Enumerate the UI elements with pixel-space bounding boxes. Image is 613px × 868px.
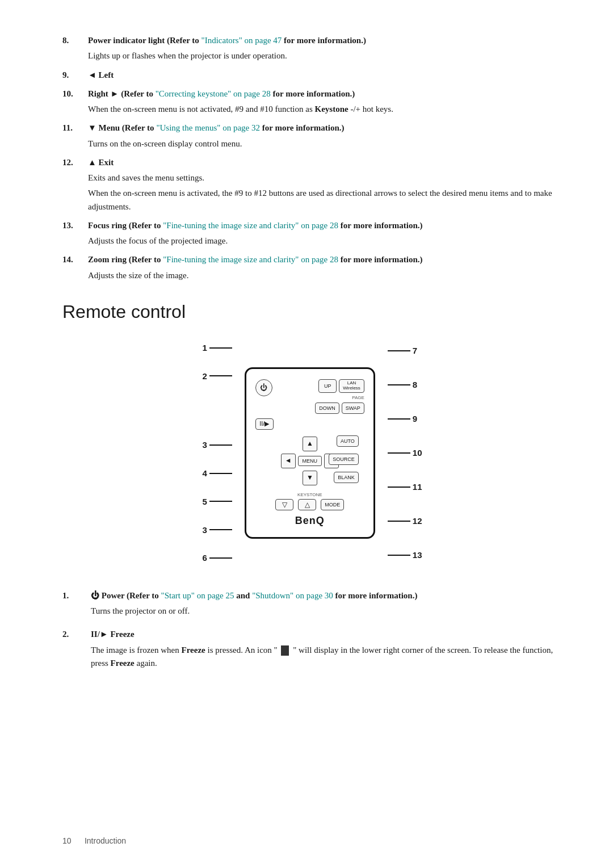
- auto-button[interactable]: AUTO: [337, 435, 359, 447]
- bottom-item-2-num: 2.: [62, 628, 91, 672]
- list-item-8: 8. Power indicator light (Refer to "Indi…: [62, 34, 562, 65]
- label-5: 5: [202, 493, 234, 510]
- list-item-14: 14. Zoom ring (Refer to "Fine-tuning the…: [62, 253, 562, 284]
- page-label: PAGE: [352, 395, 364, 400]
- label-12: 12: [385, 513, 422, 530]
- label-9: 9: [385, 410, 417, 427]
- bottom-item-2-heading: II/► Freeze: [91, 628, 562, 641]
- item-12-body2: When the on-screen menu is activated, th…: [88, 187, 562, 213]
- down-button[interactable]: DOWN: [315, 402, 339, 414]
- bottom-list: 1. ⏻ Power (Refer to "Start up" on page …: [62, 589, 562, 672]
- label-1: 1: [202, 339, 234, 357]
- item-13-num: 13.: [62, 219, 88, 250]
- lan-wireless-button[interactable]: LANWireless: [339, 379, 364, 393]
- item-14-num: 14.: [62, 253, 88, 284]
- item-14-content: Zoom ring (Refer to "Fine-tuning the ima…: [88, 253, 562, 284]
- power-button[interactable]: ⏻: [255, 379, 272, 396]
- label-3a: 3: [202, 437, 234, 454]
- mode-button[interactable]: MODE: [321, 499, 344, 510]
- bottom-item-2: 2. II/► Freeze The image is frozen when …: [62, 628, 562, 672]
- bottom-item-1: 1. ⏻ Power (Refer to "Start up" on page …: [62, 589, 562, 620]
- bottom-item-1-body: Turns the projector on or off.: [91, 605, 562, 618]
- top-right-group: UP LANWireless PAGE DOWN SWAP: [315, 379, 364, 414]
- item-11-num: 11.: [62, 121, 88, 153]
- list-item-11: 11. ▼ Menu (Refer to "Using the menus" o…: [62, 121, 562, 153]
- item-14-link[interactable]: "Fine-tuning the image size and clarity"…: [163, 255, 338, 264]
- remote-right-labels: 7 8 9 10 11: [385, 334, 422, 572]
- item-10-content: Right ► (Refer to "Correcting keystone" …: [88, 87, 562, 119]
- nav-up-row: ▲: [303, 437, 317, 451]
- item-10-heading: Right ► (Refer to "Correcting keystone" …: [88, 87, 562, 100]
- item-12-heading: ▲ Exit: [88, 156, 562, 169]
- item-8-num: 8.: [62, 34, 88, 65]
- benq-logo: BenQ: [255, 515, 364, 527]
- remote-top-section: ⏻ UP LANWireless PAGE DOWN SWAP: [255, 379, 364, 414]
- remote-wrapper: 1 2 3 4 5: [202, 334, 422, 572]
- remote-body: ⏻ UP LANWireless PAGE DOWN SWAP: [245, 367, 375, 539]
- item-12-num: 12.: [62, 156, 88, 216]
- list-item-10: 10. Right ► (Refer to "Correcting keysto…: [62, 87, 562, 119]
- label-8: 8: [385, 376, 417, 393]
- blank-button-area: BLANK: [334, 472, 359, 483]
- label-2: 2: [202, 367, 234, 384]
- label-4: 4: [202, 465, 234, 482]
- item-14-heading: Zoom ring (Refer to "Fine-tuning the ima…: [88, 253, 562, 266]
- up-lan-row: UP LANWireless: [318, 379, 364, 393]
- label-13: 13: [385, 547, 422, 564]
- keystone-section: KEYSTONE ▽ △ MODE: [255, 492, 364, 510]
- footer-page: 10: [62, 836, 72, 845]
- list-item-9: 9. ◄ Left: [62, 69, 562, 84]
- page: 8. Power indicator light (Refer to "Indi…: [0, 0, 613, 868]
- item-13-body: Adjusts the focus of the projected image…: [88, 234, 562, 248]
- item-9-heading: ◄ Left: [88, 69, 562, 82]
- list-item-12: 12. ▲ Exit Exits and saves the menu sett…: [62, 156, 562, 216]
- item-13-heading: Focus ring (Refer to "Fine-tuning the im…: [88, 219, 562, 232]
- down-swap-row: DOWN SWAP: [315, 402, 364, 414]
- bottom-item-1-num: 1.: [62, 589, 91, 620]
- up-button[interactable]: UP: [318, 379, 337, 393]
- footer: 10 Introduction: [62, 836, 126, 845]
- section-title: Remote control: [62, 301, 562, 322]
- label-10: 10: [385, 445, 422, 462]
- keystone-left-button[interactable]: ▽: [275, 499, 293, 510]
- item-8-link[interactable]: "Indicators" on page 47: [201, 36, 282, 45]
- power-area: ⏻: [255, 379, 272, 396]
- page-row: PAGE: [352, 395, 364, 400]
- bottom-item-2-content: II/► Freeze The image is frozen when Fre…: [91, 628, 562, 672]
- item-14-body: Adjusts the size of the image.: [88, 269, 562, 282]
- item-13-link[interactable]: "Fine-tuning the image size and clarity"…: [163, 221, 338, 230]
- source-button[interactable]: SOURCE: [329, 454, 359, 465]
- bottom-item-2-body: The image is frozen when Freeze is press…: [91, 644, 562, 670]
- item-11-content: ▼ Menu (Refer to "Using the menus" on pa…: [88, 121, 562, 153]
- freeze-icon-inline: [281, 645, 289, 656]
- arrow-left-button[interactable]: ◄: [281, 454, 296, 468]
- auto-button-area: AUTO: [337, 435, 359, 447]
- item-12-content: ▲ Exit Exits and saves the menu settings…: [88, 156, 562, 216]
- arrow-down-button[interactable]: ▼: [303, 471, 317, 485]
- keystone-label: KEYSTONE: [297, 492, 322, 497]
- bottom-item-1-link2[interactable]: "Shutdown" on page 30: [252, 591, 333, 600]
- keystone-row: ▽ △ MODE: [275, 499, 344, 510]
- item-9-content: ◄ Left: [88, 69, 562, 84]
- list-item-13: 13. Focus ring (Refer to "Fine-tuning th…: [62, 219, 562, 250]
- source-button-area: SOURCE: [329, 454, 359, 465]
- bottom-item-1-link1[interactable]: "Start up" on page 25: [161, 591, 234, 600]
- item-10-body: When the on-screen menu is not activated…: [88, 103, 562, 116]
- blank-button[interactable]: BLANK: [334, 472, 359, 483]
- top-numbered-list: 8. Power indicator light (Refer to "Indi…: [62, 34, 562, 284]
- item-10-num: 10.: [62, 87, 88, 119]
- keystone-right-button[interactable]: △: [298, 499, 316, 510]
- arrow-up-button[interactable]: ▲: [303, 437, 317, 451]
- label-7: 7: [385, 342, 417, 359]
- item-11-body: Turns on the on-screen display control m…: [88, 137, 562, 150]
- menu-button[interactable]: MENU: [298, 456, 322, 466]
- item-8-heading: Power indicator light (Refer to "Indicat…: [88, 34, 562, 47]
- swap-button[interactable]: SWAP: [342, 402, 364, 414]
- nav-cluster: ▲ AUTO ◄ MENU ► SOURCE ▼: [255, 435, 364, 487]
- item-10-link[interactable]: "Correcting keystone" on page 28: [156, 89, 271, 98]
- freeze-button[interactable]: II/▶: [255, 418, 274, 430]
- footer-section: Introduction: [85, 836, 126, 845]
- item-11-link[interactable]: "Using the menus" on page 32: [156, 123, 260, 132]
- item-8-content: Power indicator light (Refer to "Indicat…: [88, 34, 562, 65]
- item-12-body1: Exits and saves the menu settings.: [88, 171, 562, 184]
